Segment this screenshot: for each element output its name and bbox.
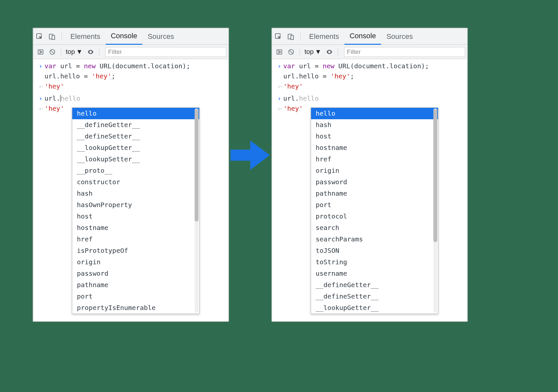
- scroll-thumb[interactable]: [433, 109, 437, 242]
- tabstrip: Elements Console Sources: [33, 28, 228, 45]
- autocomplete-item[interactable]: hello: [72, 108, 199, 119]
- autocomplete-item[interactable]: hash: [72, 188, 199, 199]
- autocomplete-item[interactable]: constructor: [72, 176, 199, 188]
- tab-sources[interactable]: Sources: [381, 28, 418, 45]
- inspect-icon[interactable]: [33, 28, 46, 45]
- autocomplete-item[interactable]: hasOwnProperty: [72, 199, 199, 211]
- autocomplete-popup[interactable]: hello__defineGetter____defineSetter____l…: [72, 107, 200, 314]
- prompt-icon: [37, 61, 44, 71]
- console-toolbar: top ▼ Filter: [272, 45, 467, 59]
- result-line: 'hey': [44, 81, 64, 91]
- svg-point-5: [90, 51, 91, 53]
- clear-console-icon[interactable]: [286, 47, 296, 57]
- svg-point-11: [329, 51, 330, 53]
- autocomplete-item[interactable]: __defineGetter__: [311, 279, 438, 291]
- svg-rect-2: [52, 35, 55, 40]
- autocomplete-item[interactable]: hostname: [311, 142, 438, 154]
- autocomplete-item[interactable]: host: [311, 131, 438, 142]
- tab-console[interactable]: Console: [106, 28, 143, 45]
- autocomplete-item[interactable]: hash: [311, 119, 438, 131]
- chevron-down-icon: ▼: [76, 48, 83, 56]
- console-toolbar: top ▼ Filter: [33, 45, 228, 59]
- chevron-down-icon: ▼: [315, 48, 322, 56]
- autocomplete-item[interactable]: __lookupSetter__: [72, 154, 199, 165]
- context-label: top: [66, 48, 75, 56]
- autocomplete-item[interactable]: __defineGetter__: [72, 119, 199, 131]
- autocomplete-item[interactable]: toString: [311, 256, 438, 268]
- autocomplete-item[interactable]: password: [72, 268, 199, 279]
- scrollbar[interactable]: [433, 108, 437, 313]
- autocomplete-item[interactable]: password: [311, 176, 438, 188]
- code-line: url.hello = 'hey';: [44, 71, 115, 81]
- autocomplete-item[interactable]: origin: [72, 256, 199, 268]
- tab-elements[interactable]: Elements: [304, 28, 344, 45]
- autocomplete-item[interactable]: propertyIsEnumerable: [72, 302, 199, 314]
- tab-elements[interactable]: Elements: [65, 28, 106, 45]
- result-line: 'hey': [283, 81, 303, 91]
- clear-console-icon[interactable]: [47, 47, 58, 57]
- autocomplete-item[interactable]: toJSON: [311, 245, 438, 256]
- sidebar-toggle-icon[interactable]: [35, 47, 46, 57]
- devtools-window-left: Elements Console Sources top ▼ Filter: [33, 28, 229, 322]
- autocomplete-item[interactable]: protocol: [311, 211, 438, 222]
- result-icon: [275, 104, 283, 114]
- autocomplete-item[interactable]: href: [72, 234, 199, 245]
- context-picker[interactable]: top ▼: [64, 48, 84, 56]
- result-line: 'hey': [44, 104, 64, 114]
- tabstrip: Elements Console Sources: [272, 28, 467, 45]
- scrollbar[interactable]: [195, 108, 199, 313]
- autocomplete-item[interactable]: port: [311, 199, 438, 211]
- svg-rect-8: [291, 35, 293, 40]
- autocomplete-item[interactable]: host: [72, 211, 199, 222]
- result-line: 'hey': [283, 104, 303, 114]
- eye-icon[interactable]: [324, 47, 335, 57]
- autocomplete-item[interactable]: hostname: [72, 222, 199, 234]
- console-body[interactable]: var url = new URL(document.location); ur…: [33, 59, 228, 321]
- gutter-blank: [275, 71, 283, 81]
- context-picker[interactable]: top ▼: [303, 48, 323, 56]
- prompt-line[interactable]: url.hello: [283, 93, 319, 104]
- code-line: url.hello = 'hey';: [283, 71, 354, 81]
- autocomplete-item[interactable]: __defineSetter__: [311, 291, 438, 302]
- gutter-blank: [37, 71, 44, 81]
- autocomplete-item[interactable]: isPrototypeOf: [72, 245, 199, 256]
- console-body[interactable]: var url = new URL(document.location); ur…: [272, 59, 467, 321]
- autocomplete-item[interactable]: origin: [311, 165, 438, 176]
- autocomplete-item[interactable]: username: [311, 268, 438, 279]
- tab-sources[interactable]: Sources: [142, 28, 179, 45]
- autocomplete-item[interactable]: hello: [311, 108, 438, 119]
- arrow-icon: [231, 140, 270, 170]
- separator: [61, 32, 62, 41]
- autocomplete-item[interactable]: port: [72, 291, 199, 302]
- separator: [338, 48, 338, 56]
- autocomplete-item[interactable]: __proto__: [72, 165, 199, 176]
- autocomplete-item[interactable]: __lookupGetter__: [311, 302, 438, 314]
- autocomplete-item[interactable]: __defineSetter__: [72, 131, 199, 142]
- filter-input[interactable]: Filter: [105, 47, 226, 57]
- inspect-icon[interactable]: [272, 28, 285, 45]
- sidebar-toggle-icon[interactable]: [274, 47, 285, 57]
- code-line: var url = new URL(document.location);: [44, 61, 190, 71]
- autocomplete-item[interactable]: __lookupGetter__: [72, 142, 199, 154]
- separator: [300, 32, 301, 41]
- autocomplete-item[interactable]: pathname: [311, 188, 438, 199]
- autocomplete-item[interactable]: search: [311, 222, 438, 234]
- device-icon[interactable]: [46, 28, 58, 45]
- separator: [61, 48, 61, 56]
- device-icon[interactable]: [285, 28, 297, 45]
- autocomplete-popup[interactable]: hellohashhosthostnamehreforiginpasswordp…: [311, 107, 438, 314]
- filter-input[interactable]: Filter: [344, 47, 465, 57]
- eye-icon[interactable]: [85, 47, 96, 57]
- separator: [300, 48, 300, 56]
- autocomplete-item[interactable]: pathname: [72, 279, 199, 291]
- prompt-icon: [275, 61, 283, 71]
- scroll-thumb[interactable]: [195, 109, 199, 221]
- tab-console[interactable]: Console: [344, 28, 381, 45]
- autocomplete-item[interactable]: href: [311, 154, 438, 165]
- prompt-line[interactable]: url.hello: [44, 93, 80, 104]
- result-icon: [37, 104, 44, 114]
- context-label: top: [305, 48, 314, 56]
- result-icon: [37, 81, 44, 91]
- autocomplete-item[interactable]: searchParams: [311, 234, 438, 245]
- devtools-window-right: Elements Console Sources top ▼ Filter: [271, 28, 468, 322]
